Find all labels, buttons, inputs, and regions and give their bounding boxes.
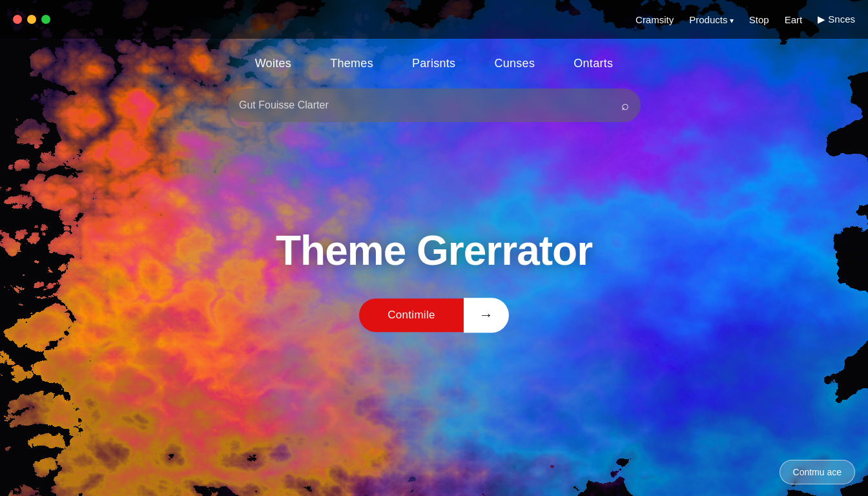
close-dot[interactable]	[13, 15, 22, 24]
minimize-dot[interactable]	[27, 15, 36, 24]
cunses-nav[interactable]: Cunses	[494, 57, 535, 70]
top-navigation: Cramsity Products Stop Eart ▶ Snces	[636, 14, 855, 25]
primary-cta-button[interactable]: Contimile	[359, 298, 464, 332]
parisnts-nav[interactable]: Parisnts	[412, 57, 455, 70]
hero-buttons: Contimile →	[276, 298, 592, 333]
maximize-dot[interactable]	[41, 15, 50, 24]
top-bar: Cramsity Products Stop Eart ▶ Snces	[0, 0, 868, 39]
ontarts-nav[interactable]: Ontarts	[574, 57, 613, 70]
snces-play-link[interactable]: ▶ Snces	[818, 14, 855, 25]
search-bar: ⌕	[227, 88, 641, 122]
sub-navigation: Woites Themes Parisnts Cunses Ontarts	[0, 39, 868, 88]
hero-title: Theme Grerrator	[276, 227, 592, 274]
themes-nav[interactable]: Themes	[330, 57, 373, 70]
products-link[interactable]: Products	[689, 14, 734, 25]
arrow-button[interactable]: →	[464, 298, 509, 333]
search-container: ⌕	[227, 88, 641, 122]
cramsity-link[interactable]: Cramsity	[636, 14, 674, 25]
stop-link[interactable]: Stop	[749, 14, 769, 25]
woites-nav[interactable]: Woites	[255, 57, 292, 70]
traffic-lights	[13, 15, 50, 24]
bottom-right-button[interactable]: Contmu ace	[780, 460, 855, 484]
search-input[interactable]	[239, 99, 615, 111]
search-icon[interactable]: ⌕	[621, 98, 629, 113]
hero-content: Theme Grerrator Contimile →	[276, 227, 592, 333]
eart-link[interactable]: Eart	[785, 14, 803, 25]
